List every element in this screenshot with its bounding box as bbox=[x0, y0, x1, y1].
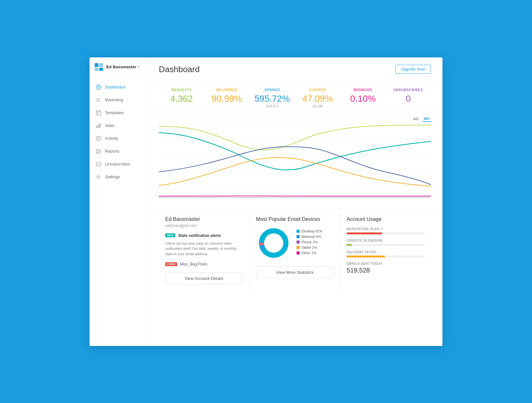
view-account-button[interactable]: View Account Details bbox=[165, 273, 243, 284]
sidebar-item-activity-label: Activity bbox=[105, 136, 118, 141]
sidebar-item-reports[interactable]: Reports bbox=[90, 145, 147, 158]
stat-item-bounces: BOUNCES 0.10% bbox=[340, 83, 385, 112]
stat-item-requests: REQUESTS 4,362 bbox=[159, 83, 204, 112]
svg-rect-0 bbox=[95, 63, 99, 67]
sidebar-item-stats-label: Stats bbox=[105, 123, 115, 128]
legend-item-tablet: Tablet 1% bbox=[296, 246, 334, 249]
chart-controls: WK MO bbox=[159, 116, 431, 122]
account-selector[interactable]: Ed Bassmaster ▾ bbox=[90, 57, 147, 77]
account-panel-email: ed@sendgrid.com bbox=[165, 223, 243, 228]
sidebar-item-reports-label: Reports bbox=[105, 149, 120, 154]
news-item: NEW Stats notification alerts bbox=[165, 232, 243, 238]
usage-panel-title: Account Usage bbox=[347, 216, 425, 222]
legend-label-desktop: Desktop 91% bbox=[302, 229, 322, 233]
caret-icon: ▾ bbox=[138, 65, 139, 69]
view-statistics-button[interactable]: View More Statistics bbox=[256, 266, 334, 278]
devices-panel-title: Most Popular Email Devices bbox=[256, 216, 334, 222]
usage-bar-fill-reputation bbox=[347, 232, 382, 234]
svg-text:1pm: 1pm bbox=[247, 200, 253, 200]
stat-sub: 19,345 bbox=[297, 104, 338, 108]
usage-bar-bg-credits bbox=[347, 244, 425, 246]
svg-rect-7 bbox=[98, 124, 99, 128]
sidebar-item-unsubscribes[interactable]: Unsubscribes bbox=[90, 158, 147, 171]
donut-area: Desktop 91% Webmail 6% Phone 1% Tab bbox=[256, 225, 334, 261]
stat-value: 4,362 bbox=[161, 94, 202, 103]
stat-label: BOUNCES bbox=[343, 88, 383, 92]
chart-toggle-wk[interactable]: WK bbox=[412, 116, 420, 122]
templates-icon bbox=[95, 110, 102, 116]
sidebar-item-settings-label: Settings bbox=[105, 174, 120, 179]
sidebar-item-activity[interactable]: Activity bbox=[90, 132, 147, 145]
usage-bar-fill-credits bbox=[347, 244, 352, 246]
legend-dot-other bbox=[296, 251, 300, 255]
emails-sent-label: EMAILS SENT TODAY bbox=[347, 262, 425, 265]
usage-row-delivery: DELIVERY 49.45% bbox=[347, 250, 425, 257]
stat-value: 0.10% bbox=[343, 94, 383, 103]
svg-text:5pm: 5pm bbox=[377, 200, 382, 200]
svg-rect-6 bbox=[96, 126, 97, 128]
new-badge: NEW bbox=[165, 233, 175, 237]
line-chart: 500k 400k 300k 200k 100k 0k bbox=[159, 124, 431, 202]
page-header: Dashboard Upgrade Now! bbox=[147, 57, 442, 80]
svg-text:11am: 11am bbox=[185, 200, 193, 200]
legend-item-webmail: Webmail 6% bbox=[296, 235, 334, 239]
sidebar-item-dashboard-label: Dashboard bbox=[105, 85, 125, 89]
stat-value: 47.09% bbox=[297, 94, 338, 103]
usage-bar-fill-delivery bbox=[347, 256, 385, 257]
usage-label-credits: CREDITS 19,534/300K bbox=[347, 239, 425, 242]
usage-panel: Account Usage REPUTATION 45.5% ? CREDITS… bbox=[340, 209, 431, 291]
legend-dot-tablet bbox=[296, 246, 300, 249]
legend-label-other: Other 1% bbox=[302, 251, 316, 255]
stat-value: 0 bbox=[388, 94, 428, 103]
main-nav: Dashboard Marketing Templates bbox=[90, 77, 147, 187]
sidebar-item-stats[interactable]: Stats bbox=[90, 119, 147, 132]
unsubscribes-icon bbox=[95, 161, 102, 167]
stat-sub: 243,972 bbox=[252, 104, 292, 108]
usage-label-delivery: DELIVERY 49.45% bbox=[347, 250, 425, 254]
sidebar-item-settings[interactable]: Settings bbox=[90, 171, 147, 183]
svg-text:3pm: 3pm bbox=[307, 200, 313, 200]
svg-text:10am: 10am bbox=[159, 200, 163, 200]
stat-label: DELIVERED bbox=[207, 88, 247, 92]
account-name: Ed Bassmaster bbox=[106, 64, 136, 69]
legend-dot-phone bbox=[296, 240, 300, 244]
settings-icon bbox=[95, 174, 102, 180]
account-panel-title: Ed Bassmaster bbox=[165, 216, 243, 222]
stat-item-clicked: CLICKED 47.09% 19,345 bbox=[295, 83, 340, 112]
svg-rect-3 bbox=[99, 68, 103, 71]
usage-row-credits: CREDITS 19,534/300K bbox=[347, 239, 425, 246]
stat-label: OPENED bbox=[252, 88, 292, 92]
svg-text:12pm: 12pm bbox=[216, 200, 223, 200]
news-body: Check out our new, easy to consume stats… bbox=[165, 241, 243, 257]
svg-text:6pm: 6pm bbox=[428, 200, 431, 200]
page-title: Dashboard bbox=[159, 64, 200, 74]
sidebar-item-marketing[interactable]: Marketing bbox=[90, 94, 147, 106]
sidebar-item-dashboard[interactable]: Dashboard bbox=[90, 81, 147, 94]
sidebar-item-templates[interactable]: Templates bbox=[90, 106, 147, 119]
dashboard-icon bbox=[95, 84, 102, 90]
devices-panel: Most Popular Email Devices bbox=[250, 209, 340, 291]
upgrade-button[interactable]: Upgrade Now! bbox=[395, 65, 431, 74]
logo-icon bbox=[95, 63, 104, 71]
svg-point-12 bbox=[98, 176, 99, 178]
legend-item-other: Other 1% bbox=[296, 251, 334, 255]
svg-rect-8 bbox=[99, 123, 100, 128]
usage-bar-bg-reputation bbox=[347, 232, 425, 234]
legend-dot-desktop bbox=[296, 230, 300, 233]
chart-toggle-mo[interactable]: MO bbox=[423, 116, 431, 122]
account-panel: Ed Bassmaster ed@sendgrid.com NEW Stats … bbox=[159, 209, 250, 291]
activity-icon bbox=[95, 135, 102, 142]
sidebar: Ed Bassmaster ▾ Dashboard Ma bbox=[90, 57, 147, 346]
stat-item-delivered: DELIVERED 90.99% bbox=[204, 83, 249, 112]
svg-text:2pm: 2pm bbox=[277, 200, 283, 200]
usage-row-reputation: REPUTATION 45.5% ? bbox=[347, 227, 425, 234]
sidebar-item-unsubscribes-label: Unsubscribes bbox=[105, 162, 130, 166]
svg-rect-2 bbox=[95, 68, 99, 71]
usage-bar-bg-delivery bbox=[347, 256, 425, 257]
fixed-item: FIXED Misc. Bug Fixes bbox=[165, 261, 243, 267]
stat-item-opened: OPENED 595.72% 243,972 bbox=[250, 83, 295, 112]
svg-rect-1 bbox=[99, 63, 103, 67]
fixed-badge: FIXED bbox=[165, 262, 177, 266]
reports-icon bbox=[95, 148, 102, 155]
legend-label-phone: Phone 1% bbox=[302, 240, 318, 244]
